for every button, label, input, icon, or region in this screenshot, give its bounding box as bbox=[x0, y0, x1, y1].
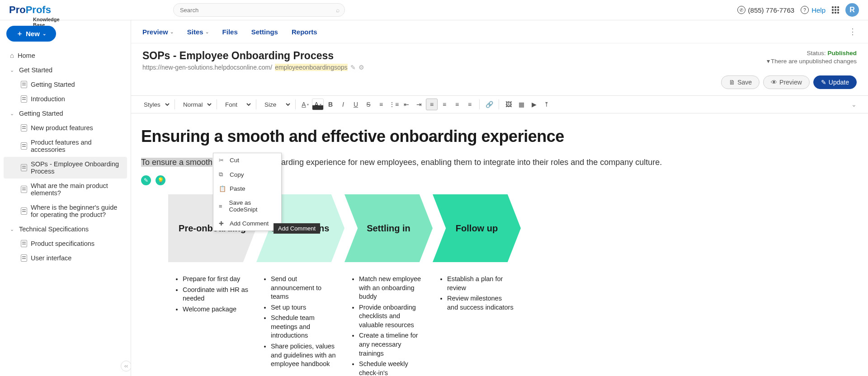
page-title: SOPs - Employee Onboarding Process bbox=[142, 50, 767, 62]
search-icon: ⌕ bbox=[336, 6, 340, 14]
font-select[interactable]: Font bbox=[221, 99, 252, 110]
sidebar-item-main-elements[interactable]: What are the main product elements? bbox=[4, 179, 127, 200]
gear-icon[interactable]: ⚙ bbox=[359, 64, 364, 71]
help-icon: ? bbox=[801, 6, 809, 14]
align-left-button[interactable]: ≡ bbox=[426, 99, 438, 110]
comment-icon: ✚ bbox=[219, 220, 225, 227]
avatar[interactable]: R bbox=[845, 3, 859, 17]
unpublished-indicator[interactable]: There are unpublished changes bbox=[767, 57, 857, 65]
ctx-add-comment[interactable]: ✚Add Comment bbox=[213, 216, 281, 230]
sidebar-item-user-interface[interactable]: User interface bbox=[4, 251, 127, 265]
align-justify-button[interactable]: ≡ bbox=[464, 99, 476, 110]
page-icon bbox=[21, 207, 27, 215]
menu-settings[interactable]: Settings bbox=[251, 28, 278, 36]
ctx-codesnippet[interactable]: ≡Save as CodeSnipt bbox=[213, 196, 281, 216]
col-4: Establish a plan for reviewReview milest… bbox=[433, 275, 521, 376]
sidebar: ＋ New ⌄ ⌂Home ⌄Get Started Getting Start… bbox=[0, 20, 131, 376]
help-link[interactable]: ? Help bbox=[801, 6, 826, 14]
align-right-button[interactable]: ≡ bbox=[451, 99, 463, 110]
doc-heading: Ensuring a smooth and effective onboardi… bbox=[141, 127, 858, 146]
col-3: Match new employee with an onboarding bu… bbox=[344, 275, 433, 376]
underline-button[interactable]: U bbox=[350, 99, 362, 110]
styles-select[interactable]: Styles bbox=[139, 99, 171, 110]
process-step-3: Settling in bbox=[344, 194, 433, 262]
eye-icon: 👁 bbox=[771, 79, 777, 86]
page-icon bbox=[21, 95, 27, 103]
save-icon: 🗎 bbox=[729, 79, 735, 86]
page-url: https://new-gen-solutions.helpdocsonline… bbox=[142, 64, 767, 71]
align-center-button[interactable]: ≡ bbox=[439, 99, 450, 110]
text-color-button[interactable]: A bbox=[299, 99, 311, 110]
logo[interactable]: ProProfs bbox=[9, 4, 51, 16]
edit-icon[interactable]: ✎ bbox=[350, 64, 356, 71]
chevron-down-icon: ⌄ bbox=[10, 111, 15, 117]
editor-toolbar: Styles Normal Font Size A A B I U S ≡ ⋮≡… bbox=[131, 95, 868, 113]
unordered-list-button[interactable]: ⋮≡ bbox=[388, 99, 400, 110]
sidebar-section-technical[interactable]: ⌄Technical Specifications bbox=[4, 222, 127, 236]
page-icon bbox=[21, 186, 27, 193]
status-value: Published bbox=[827, 50, 857, 56]
bg-color-button[interactable]: A bbox=[312, 99, 324, 110]
help-label: Help bbox=[811, 6, 826, 14]
sidebar-section-getting-started-2[interactable]: ⌄Getting Started bbox=[4, 106, 127, 121]
status-label: Status: bbox=[807, 50, 826, 56]
more-menu-icon[interactable]: ⋮ bbox=[849, 27, 857, 37]
page-icon bbox=[21, 142, 27, 150]
ctx-copy[interactable]: ⧉Copy bbox=[213, 167, 281, 182]
menu-preview[interactable]: Preview ⌄ bbox=[142, 28, 174, 36]
outdent-button[interactable]: ⇤ bbox=[401, 99, 412, 110]
ctx-cut[interactable]: ✂Cut bbox=[213, 153, 281, 167]
page-icon bbox=[21, 240, 27, 247]
collapse-sidebar-icon[interactable]: ‹‹ bbox=[121, 361, 131, 371]
menu-files[interactable]: Files bbox=[222, 28, 238, 36]
table-button[interactable]: ▦ bbox=[515, 99, 527, 110]
sidebar-item-getting-started[interactable]: Getting Started bbox=[4, 77, 127, 92]
format-select[interactable]: Normal bbox=[179, 99, 213, 110]
sidebar-item-new-product-features[interactable]: New product features bbox=[4, 121, 127, 135]
size-select[interactable]: Size bbox=[260, 99, 292, 110]
page-icon bbox=[21, 164, 27, 171]
ai-idea-icon[interactable]: 💡 bbox=[156, 175, 165, 185]
phone-link[interactable]: ✆ (855) 776-7763 bbox=[737, 6, 795, 14]
col-2: Send out announcement to teamsSet up tou… bbox=[256, 275, 344, 376]
indent-button[interactable]: ⇥ bbox=[413, 99, 425, 110]
link-button[interactable]: 🔗 bbox=[483, 99, 495, 110]
home-icon: ⌂ bbox=[10, 52, 14, 59]
chevron-down-icon: ⌄ bbox=[10, 67, 15, 73]
italic-button[interactable]: I bbox=[337, 99, 349, 110]
paste-icon: 📋 bbox=[219, 185, 225, 192]
page-icon bbox=[21, 81, 27, 88]
strike-button[interactable]: S bbox=[363, 99, 374, 110]
sidebar-item-sops[interactable]: SOPs - Employee Onboarding Process bbox=[4, 157, 127, 179]
sidebar-home[interactable]: ⌂Home bbox=[4, 48, 127, 63]
new-button[interactable]: ＋ New ⌄ bbox=[6, 26, 56, 42]
pencil-icon: ✎ bbox=[821, 79, 826, 86]
preview-button[interactable]: 👁Preview bbox=[763, 75, 810, 89]
page-icon bbox=[21, 254, 27, 262]
sidebar-item-product-specs[interactable]: Product specifications bbox=[4, 236, 127, 251]
video-button[interactable]: ▶ bbox=[528, 99, 540, 110]
process-step-4: Follow up bbox=[433, 194, 521, 262]
context-menu: ✂Cut ⧉Copy 📋Paste ≡Save as CodeSnipt ✚Ad… bbox=[213, 153, 282, 231]
ordered-list-button[interactable]: ≡ bbox=[375, 99, 387, 110]
save-button[interactable]: 🗎Save bbox=[721, 75, 760, 89]
update-button[interactable]: ✎Update bbox=[813, 75, 857, 89]
bold-button[interactable]: B bbox=[325, 99, 336, 110]
sidebar-section-get-started[interactable]: ⌄Get Started bbox=[4, 63, 127, 77]
ctx-paste[interactable]: 📋Paste bbox=[213, 182, 281, 196]
cut-icon: ✂ bbox=[219, 157, 225, 164]
sidebar-item-beginners-guide[interactable]: Where is the beginner's guide for operat… bbox=[4, 200, 127, 222]
upload-button[interactable]: ⤒ bbox=[541, 99, 552, 110]
menu-bar: Preview ⌄ Sites ⌄ Files Settings Reports… bbox=[131, 20, 868, 43]
sidebar-item-introduction[interactable]: Introduction bbox=[4, 92, 127, 106]
tooltip: Add Comment bbox=[274, 223, 320, 234]
ai-suggest-icon[interactable]: ✎ bbox=[141, 175, 151, 185]
sidebar-item-product-features[interactable]: Product features and accessories bbox=[4, 135, 127, 157]
menu-sites[interactable]: Sites ⌄ bbox=[187, 28, 209, 36]
image-button[interactable]: 🖼 bbox=[503, 99, 514, 110]
code-icon: ≡ bbox=[219, 203, 225, 210]
search-input[interactable] bbox=[173, 3, 345, 17]
expand-toolbar-button[interactable]: ⌄ bbox=[848, 99, 860, 110]
menu-reports[interactable]: Reports bbox=[292, 28, 317, 36]
apps-menu-icon[interactable] bbox=[832, 6, 839, 14]
